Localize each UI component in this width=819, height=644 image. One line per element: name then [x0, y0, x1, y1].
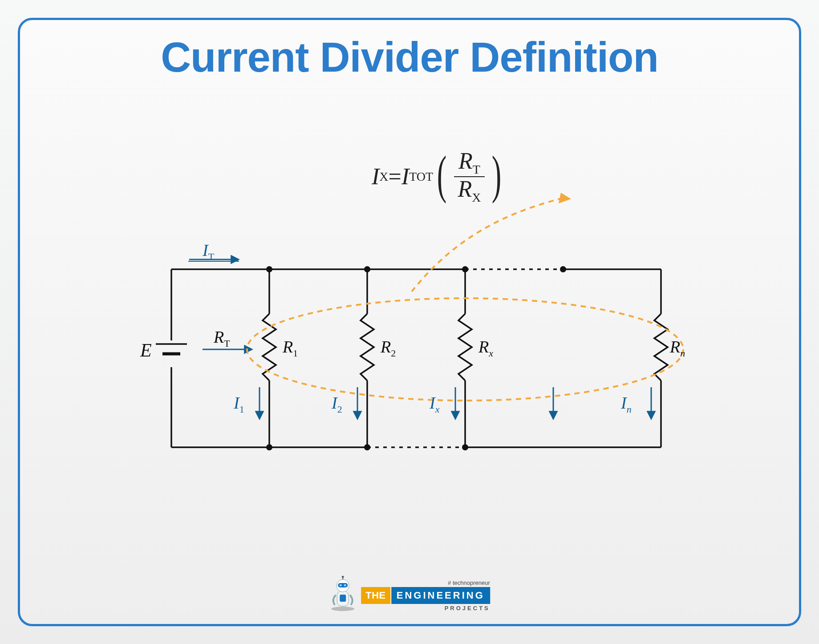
robot-icon	[329, 576, 357, 612]
i2-label: I2	[332, 393, 342, 415]
svg-point-23	[266, 266, 272, 272]
logo-engineering: ENGINEERING	[391, 587, 490, 604]
svg-marker-39	[559, 193, 571, 203]
logo-projects: PROJECTS	[361, 605, 490, 612]
svg-point-40	[331, 607, 354, 611]
rn-label: Rn	[670, 337, 685, 359]
logo-tagline: # technopreneur	[361, 579, 490, 586]
r2-label: R2	[381, 337, 396, 359]
source-label: E	[140, 340, 152, 361]
svg-point-27	[364, 444, 370, 450]
circuit-diagram: IX = ITOT ( RT RX )	[136, 145, 688, 492]
brand-logo: # technopreneur THE ENGINEERING PROJECTS	[329, 576, 490, 612]
svg-rect-43	[338, 583, 348, 587]
page-title: Current Divider Definition	[20, 33, 799, 81]
circuit-svg	[136, 145, 688, 492]
svg-point-25	[462, 266, 468, 272]
rx-label: Rx	[478, 337, 493, 359]
svg-point-26	[266, 444, 272, 450]
svg-point-44	[340, 584, 342, 587]
it-label: IT	[203, 240, 214, 263]
svg-point-47	[342, 576, 344, 578]
ix-label: Ix	[430, 393, 439, 415]
content-frame: Current Divider Definition IX = ITOT ( R…	[18, 18, 801, 626]
in-label: In	[621, 393, 632, 415]
logo-the: THE	[361, 587, 391, 604]
rt-label: RT	[214, 327, 230, 349]
i1-label: I1	[234, 393, 244, 415]
svg-point-28	[462, 444, 468, 450]
svg-point-24	[364, 266, 370, 272]
r1-label: R1	[283, 337, 298, 359]
svg-point-29	[560, 266, 566, 272]
svg-rect-48	[340, 595, 346, 602]
svg-point-45	[344, 584, 346, 587]
